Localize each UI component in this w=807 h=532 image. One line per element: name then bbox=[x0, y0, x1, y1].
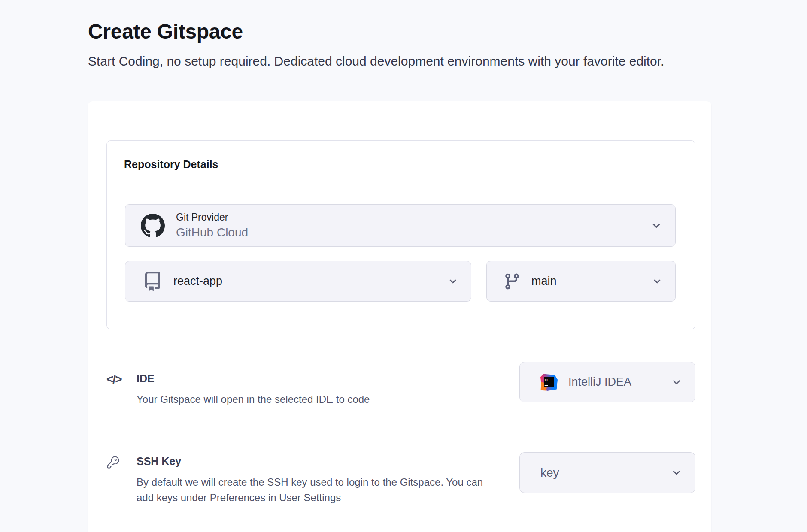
repository-value: react-app bbox=[173, 275, 222, 288]
ssh-key-texts: SSH Key By default we will create the SS… bbox=[137, 455, 497, 505]
repository-details-body: Git Provider GitHub Cloud bbox=[107, 190, 695, 329]
page-title: Create Gitspace bbox=[88, 0, 711, 45]
chevron-down-icon bbox=[652, 276, 662, 287]
github-logo-icon bbox=[141, 214, 165, 238]
ide-select-value: IntelliJ IDEA bbox=[568, 375, 631, 389]
ide-select[interactable]: IJ IntelliJ IDEA bbox=[519, 362, 695, 402]
ide-section-left: </> IDE Your Gitspace will open in the s… bbox=[106, 372, 370, 407]
ide-description: Your Gitspace will open in the selected … bbox=[137, 392, 370, 407]
branch-select[interactable]: main bbox=[486, 261, 676, 302]
ssh-key-description: By default we will create the SSH key us… bbox=[137, 475, 497, 505]
repo-branch-row: react-app main bbox=[125, 261, 676, 302]
ssh-key-section: SSH Key By default we will create the SS… bbox=[106, 452, 695, 505]
code-icon: </> bbox=[106, 372, 122, 407]
git-branch-icon bbox=[503, 272, 521, 290]
create-gitspace-page: Create Gitspace Start Coding, no setup r… bbox=[88, 0, 711, 532]
svg-text:IJ: IJ bbox=[545, 378, 548, 382]
key-icon bbox=[106, 455, 122, 505]
git-provider-value: GitHub Cloud bbox=[176, 225, 248, 239]
branch-value: main bbox=[531, 275, 557, 288]
ssh-key-select-value: key bbox=[540, 466, 559, 480]
repository-details-card: Repository Details Git Provider GitHub C… bbox=[106, 140, 695, 329]
gitspace-form-panel: Repository Details Git Provider GitHub C… bbox=[88, 101, 711, 532]
ide-label: IDE bbox=[137, 372, 370, 385]
repo-book-icon bbox=[143, 272, 162, 291]
git-provider-texts: Git Provider GitHub Cloud bbox=[176, 212, 248, 239]
git-provider-select[interactable]: Git Provider GitHub Cloud bbox=[125, 204, 676, 247]
repository-details-title: Repository Details bbox=[124, 158, 678, 171]
chevron-down-icon bbox=[650, 220, 662, 232]
ssh-key-select[interactable]: key bbox=[519, 452, 695, 493]
repository-details-header: Repository Details bbox=[107, 141, 695, 190]
chevron-down-icon bbox=[671, 467, 682, 478]
chevron-down-icon bbox=[671, 377, 682, 388]
chevron-down-icon bbox=[448, 276, 458, 287]
ssh-key-label: SSH Key bbox=[137, 455, 497, 468]
repository-select[interactable]: react-app bbox=[125, 261, 471, 302]
page-subtitle: Start Coding, no setup required. Dedicat… bbox=[88, 51, 711, 71]
git-provider-label: Git Provider bbox=[176, 212, 248, 223]
ssh-key-section-left: SSH Key By default we will create the SS… bbox=[106, 455, 497, 505]
ide-texts: IDE Your Gitspace will open in the selec… bbox=[137, 372, 370, 407]
intellij-idea-logo-icon: IJ bbox=[540, 374, 558, 391]
ide-section: </> IDE Your Gitspace will open in the s… bbox=[106, 362, 695, 407]
